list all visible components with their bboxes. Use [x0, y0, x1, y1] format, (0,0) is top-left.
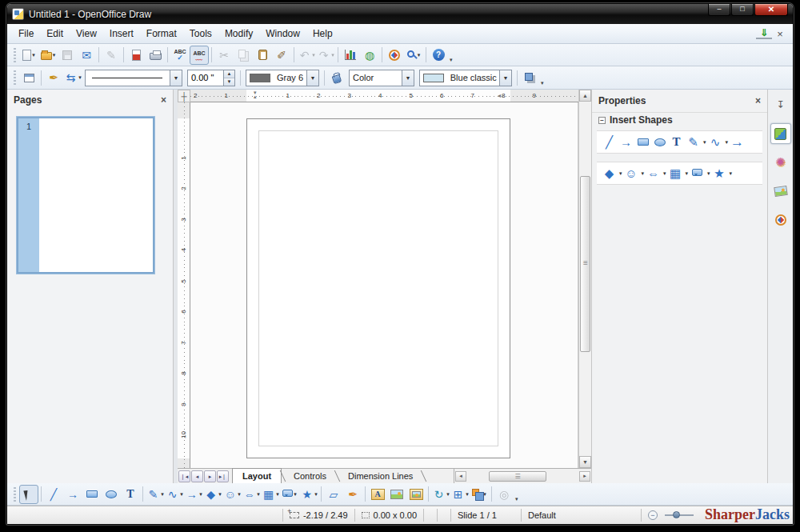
dropdown-arrow-icon[interactable]: ▾	[161, 491, 164, 498]
scroll-down-icon[interactable]: ▼	[579, 456, 591, 468]
connector-tool-button[interactable]: ▾	[165, 485, 184, 504]
scroll-up-icon[interactable]: ▲	[579, 90, 591, 102]
ruler-origin-box[interactable]: ┼	[178, 90, 190, 102]
menu-view[interactable]: View	[70, 26, 103, 41]
indent-marker-icon[interactable]	[254, 90, 257, 99]
dropdown-arrow-icon[interactable]: ▾	[686, 170, 689, 177]
menu-edit[interactable]: Edit	[40, 26, 70, 41]
toolbar-overflow-icon[interactable]: ▾	[541, 80, 544, 89]
line-dialog-button[interactable]	[44, 68, 63, 87]
close-document-icon[interactable]: ×	[772, 28, 788, 40]
toolbar-overflow-icon[interactable]: ▾	[515, 496, 518, 505]
arrange-button[interactable]: ▾	[470, 485, 489, 504]
block-arrows-icon[interactable]	[646, 166, 661, 181]
edit-points-button[interactable]	[324, 485, 343, 504]
previous-layer-icon[interactable]: ◂	[191, 470, 203, 482]
horizontal-scrollbar[interactable]: ◂ ☰ ▸	[454, 469, 591, 483]
menu-tools[interactable]: Tools	[183, 26, 218, 41]
save-button[interactable]	[58, 46, 77, 65]
spellcheck-button[interactable]	[170, 46, 190, 65]
toolbar-grip[interactable]	[14, 70, 16, 85]
dropdown-arrow-icon[interactable]: ▾	[642, 170, 645, 177]
callouts-icon[interactable]	[690, 166, 705, 181]
navigator-button[interactable]	[385, 46, 404, 65]
update-available-icon[interactable]: ⇓	[756, 28, 772, 39]
minimize-button[interactable]: –	[708, 4, 730, 16]
email-button[interactable]	[77, 46, 96, 65]
horizontal-scroll-thumb[interactable]: ☰	[489, 471, 546, 482]
zoom-button[interactable]: ▾	[404, 46, 423, 65]
vertical-ruler[interactable]: 1 2 3 4 5 6 7 8 9 10	[178, 102, 190, 468]
edit-file-button[interactable]	[102, 46, 121, 65]
arrow-tool-button[interactable]	[63, 485, 82, 504]
sidebar-menu-icon[interactable]	[770, 94, 791, 115]
basic-shapes-button[interactable]: ▾	[203, 485, 222, 504]
line-width-spinner[interactable]: ▲▼	[187, 70, 235, 86]
rectangle-tool-button[interactable]	[82, 485, 102, 504]
zoom-out-icon[interactable]: −	[648, 510, 658, 520]
stars-button[interactable]: ▾	[299, 485, 318, 504]
auto-spellcheck-button[interactable]	[190, 46, 209, 65]
ellipse-icon[interactable]	[652, 134, 667, 150]
line-color-select[interactable]: Gray 6 ▼	[246, 70, 319, 86]
line-tool-button[interactable]	[44, 485, 63, 504]
zoom-slider[interactable]	[665, 514, 694, 516]
paste-button[interactable]	[253, 46, 272, 65]
margin-marker-icon[interactable]: ◂	[498, 93, 501, 98]
dropdown-arrow-icon[interactable]: ▾	[294, 491, 297, 498]
dropdown-arrow-icon[interactable]: ▾	[238, 491, 241, 498]
last-layer-icon[interactable]: ▸❘	[217, 470, 229, 482]
line-arrow-icon[interactable]	[730, 134, 745, 150]
flowchart-icon[interactable]	[668, 166, 683, 181]
gallery-deck-tab[interactable]	[770, 152, 791, 173]
menu-insert[interactable]: Insert	[103, 26, 140, 41]
select-tool-button[interactable]	[19, 485, 38, 504]
scroll-right-icon[interactable]: ▸	[579, 471, 590, 482]
cut-button[interactable]	[214, 46, 234, 65]
copy-button[interactable]	[234, 46, 253, 65]
tab-dimension-lines[interactable]: Dimension Lines	[338, 469, 422, 483]
collapse-section-icon[interactable]: −	[598, 117, 606, 124]
zoom-slider-handle[interactable]	[673, 511, 680, 518]
new-document-button[interactable]: ▾	[19, 46, 38, 65]
gallery-button[interactable]	[360, 46, 379, 65]
dropdown-arrow-icon[interactable]: ▾	[446, 491, 450, 498]
insert-line-icon[interactable]	[602, 134, 617, 150]
export-pdf-button[interactable]	[126, 46, 146, 65]
lines-arrows-button[interactable]: ▾	[184, 485, 203, 504]
basic-shapes-icon[interactable]	[602, 166, 617, 181]
rectangle-icon[interactable]	[635, 134, 650, 150]
dropdown-arrow-icon[interactable]: ▾	[314, 491, 318, 498]
tab-layout[interactable]: Layout	[232, 468, 282, 483]
slide-number-cell[interactable]: Slide 1 / 1	[450, 509, 521, 522]
dropdown-arrow-icon[interactable]: ▾	[703, 139, 706, 146]
spin-up-icon[interactable]: ▲	[224, 70, 234, 78]
arrow-style-button[interactable]: ▾	[63, 68, 82, 87]
rotate-button[interactable]: ▾	[431, 485, 450, 504]
menu-window[interactable]: Window	[259, 26, 306, 41]
dropdown-arrow-icon[interactable]: ▾	[726, 139, 729, 146]
properties-deck-tab[interactable]	[770, 123, 791, 144]
insert-picture-button[interactable]	[387, 485, 406, 504]
gallery-button[interactable]	[406, 485, 426, 504]
dropdown-arrow-icon[interactable]: ▾	[730, 170, 733, 177]
vertical-scroll-thumb[interactable]	[580, 176, 590, 352]
undo-button[interactable]: ▾	[297, 46, 316, 65]
alignment-button[interactable]: ▾	[450, 485, 470, 504]
tab-controls[interactable]: Controls	[284, 469, 336, 483]
dropdown-arrow-icon[interactable]: ▾	[466, 491, 469, 498]
pages-panel-close-icon[interactable]: ×	[161, 94, 166, 106]
curve-tool-button[interactable]: ▾	[146, 485, 165, 504]
connector-icon[interactable]	[708, 134, 723, 150]
line-width-input[interactable]	[188, 70, 223, 86]
flowchart-button[interactable]: ▾	[261, 485, 280, 504]
text-tool-button[interactable]: T	[121, 485, 140, 504]
dropdown-arrow-icon[interactable]: ▾	[257, 491, 260, 498]
text-box-icon[interactable]: T	[669, 134, 684, 150]
next-layer-icon[interactable]: ▸	[204, 470, 216, 482]
navigator-deck-tab[interactable]	[770, 210, 791, 230]
help-button[interactable]: ?	[429, 46, 448, 65]
glue-points-button[interactable]	[343, 485, 362, 504]
vertical-scrollbar[interactable]: ▲ ▼	[578, 90, 591, 468]
menu-file[interactable]: File	[12, 26, 40, 41]
